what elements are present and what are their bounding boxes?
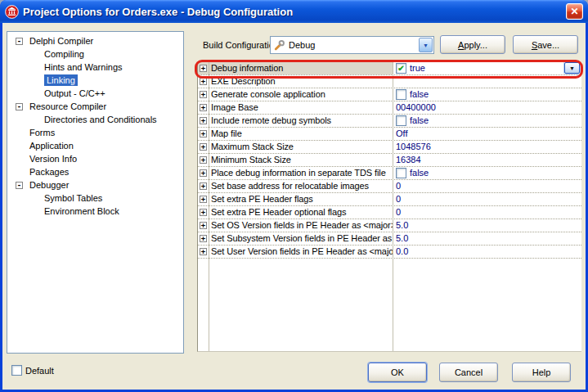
property-value[interactable]: 16384 [393,154,581,166]
tree-item-packages[interactable]: Packages [7,165,183,178]
help-button[interactable]: Help [512,363,571,382]
expand-icon[interactable]: + [200,235,207,242]
expand-icon[interactable]: + [200,222,207,229]
property-value[interactable]: 0 [393,193,581,205]
tree-item-resource-compiler[interactable]: - Resource Compiler [7,100,183,113]
property-value[interactable] [393,75,581,88]
tree-item-forms[interactable]: Forms [7,126,183,139]
property-row-extra-pe-header-flags[interactable]: + Set extra PE Header flags 0 [198,193,581,206]
property-row-set-base-address[interactable]: + Set base address for relocatable image… [198,180,581,193]
tree-item-debugger[interactable]: - Debugger [7,178,183,191]
property-value[interactable]: false [393,115,581,127]
property-row-map-file[interactable]: + Map file Off [198,128,581,141]
property-name: Set OS Version fields in PE Header as <m… [209,219,393,232]
checkbox-unchecked[interactable] [396,89,406,100]
grid-column-divider[interactable] [393,62,393,351]
grid-gutter-divider [209,62,209,351]
property-value[interactable]: 1048576 [393,141,581,153]
property-name: Set extra PE Header flags [209,193,393,205]
property-row-extra-pe-header-optional-flags[interactable]: + Set extra PE Header optional flags 0 [198,206,581,219]
tree-item-version-info[interactable]: Version Info [7,152,183,165]
property-row-maximum-stack-size[interactable]: + Maximum Stack Size 1048576 [198,141,581,154]
property-value[interactable]: 00400000 [393,101,581,114]
tree-item-label: Directories and Conditionals [44,115,157,124]
tree-item-symbol-tables[interactable]: Symbol Tables [7,191,183,205]
expand-icon[interactable]: + [200,156,207,164]
property-name: Set extra PE Header optional flags [209,206,393,219]
collapse-icon[interactable]: - [16,103,23,110]
property-name: Debug information [209,62,393,74]
tree-item-hints-and-warnings[interactable]: Hints and Warnings [7,61,183,74]
collapse-icon[interactable]: - [16,38,23,45]
ok-button[interactable]: OK [368,363,427,382]
tree-item-compiling[interactable]: Compiling [7,47,183,61]
expand-icon[interactable]: + [200,91,207,98]
property-row-minimum-stack-size[interactable]: + Minimum Stack Size 16384 [198,154,581,167]
tree-item-output-c-cpp[interactable]: Output - C/C++ [7,87,183,100]
expand-icon[interactable]: + [200,117,207,124]
property-name: Include remote debug symbols [209,115,393,127]
build-configuration-combo[interactable]: Debug ▼ [270,36,434,54]
property-value[interactable]: false [393,167,581,179]
property-grid: + Debug information ✔ true ▼ + EXE Descr… [197,62,581,352]
property-value[interactable]: 0 [393,180,581,192]
tree-item-label: Environment Block [44,206,119,216]
default-checkbox[interactable] [11,365,22,376]
expand-icon[interactable]: + [200,65,207,72]
property-row-generate-console-application[interactable]: + Generate console application false [198,88,581,101]
property-name: Set Subsystem Version fields in PE Heade… [209,232,393,245]
expand-icon[interactable]: + [200,182,207,190]
tree-item-label: Compiling [44,49,84,59]
expand-icon[interactable]: + [200,130,207,137]
property-row-subsystem-version-fields[interactable]: + Set Subsystem Version fields in PE Hea… [198,232,581,246]
tree-item-label: Forms [29,128,55,137]
property-name: Generate console application [209,88,393,101]
expand-icon[interactable]: + [200,196,207,203]
default-checkbox-label: Default [25,366,54,376]
tree-item-label: Packages [29,167,69,177]
value-dropdown-button[interactable]: ▼ [564,62,580,74]
checkbox-unchecked[interactable] [396,168,406,178]
expand-icon[interactable]: + [200,209,207,216]
collapse-icon[interactable]: - [16,182,23,189]
property-value[interactable]: 0 [393,206,581,219]
property-value[interactable]: 5.0 [393,219,581,232]
property-row-image-base[interactable]: + Image Base 00400000 [198,101,581,115]
tree-item-linking[interactable]: Linking [7,74,183,87]
expand-icon[interactable]: + [200,248,207,255]
property-row-debug-information[interactable]: + Debug information ✔ true ▼ [198,62,581,75]
expand-icon[interactable]: + [200,104,207,111]
property-value[interactable]: 0.0 [393,246,581,258]
tree-item-application[interactable]: Application [7,139,183,152]
apply-button[interactable]: Apply... [440,35,505,54]
tree-item-label: Symbol Tables [44,193,102,203]
property-name: Map file [209,128,393,140]
cancel-button[interactable]: Cancel [439,363,498,382]
chevron-down-icon[interactable]: ▼ [419,38,433,52]
tree-item-environment-block[interactable]: Environment Block [7,205,183,218]
property-row-place-debug-info-tds[interactable]: + Place debug information in separate TD… [198,167,581,180]
tree-item-directories-and-conditionals[interactable]: Directories and Conditionals [7,113,183,126]
property-name: Set base address for relocatable images [209,180,393,192]
delphi-app-icon [5,5,19,19]
property-name: Set User Version fields in PE Header as … [209,246,393,258]
property-value[interactable]: ✔ true ▼ [393,62,581,74]
tree-item-delphi-compiler[interactable]: - Delphi Compiler [7,34,183,47]
save-button[interactable]: Save... [513,35,578,54]
tree-item-label: Delphi Compiler [29,36,93,46]
tree-item-label: Output - C/C++ [44,88,105,98]
property-value[interactable]: false [393,88,581,101]
property-row-os-version-fields[interactable]: + Set OS Version fields in PE Header as … [198,219,581,232]
window-title: Project Options for Orders.exe - Debug C… [23,6,293,18]
expand-icon[interactable]: + [200,78,207,85]
property-value[interactable]: 5.0 [393,232,581,245]
close-icon[interactable]: ✕ [566,3,583,20]
expand-icon[interactable]: + [200,169,207,177]
property-value[interactable]: Off [393,128,581,140]
checkbox-unchecked[interactable] [396,115,406,126]
checkbox-checked[interactable]: ✔ [396,63,406,74]
expand-icon[interactable]: + [200,143,207,151]
property-row-exe-description[interactable]: + EXE Description [198,75,581,88]
property-row-include-remote-debug-symbols[interactable]: + Include remote debug symbols false [198,115,581,128]
property-row-user-version-fields[interactable]: + Set User Version fields in PE Header a… [198,246,581,259]
